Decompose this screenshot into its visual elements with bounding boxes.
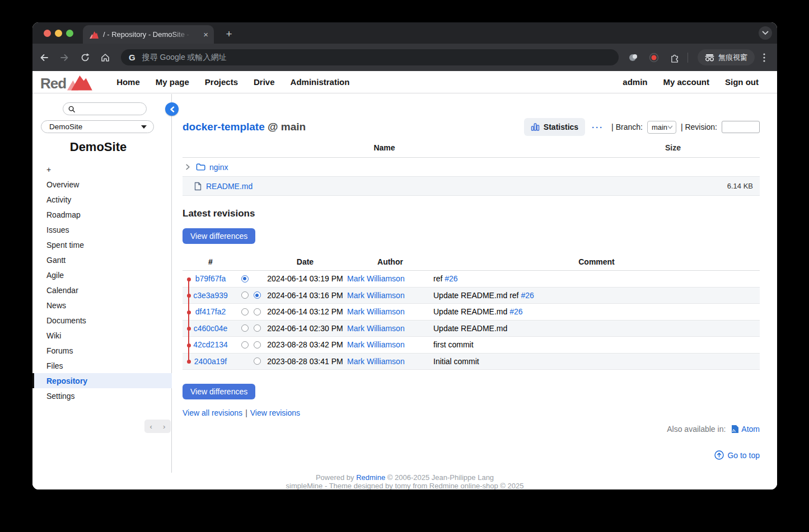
back-button[interactable]	[38, 51, 51, 64]
nav-item-my-page[interactable]: My page	[156, 77, 189, 87]
extensions-puzzle-icon[interactable]	[668, 51, 681, 64]
branch-label: | Branch:	[611, 123, 643, 131]
revision-radio-to[interactable]	[254, 357, 261, 365]
revision-radio-from[interactable]	[241, 308, 249, 316]
main-content: docker-template @ main Statistics	[172, 94, 777, 473]
revision-radio-from[interactable]	[241, 275, 249, 283]
nav-item-drive[interactable]: Drive	[254, 77, 275, 87]
revision-radio-to[interactable]	[254, 291, 261, 299]
home-button[interactable]	[99, 51, 112, 64]
repo-name-link[interactable]: docker-template	[183, 121, 265, 133]
revision-input[interactable]	[722, 121, 760, 133]
sidebar-item-agile[interactable]: Agile	[32, 267, 172, 283]
sidebar-item-repository[interactable]: Repository	[32, 373, 172, 388]
more-menu-button[interactable]: ···	[592, 123, 604, 132]
nav-item-my-account[interactable]: My account	[663, 77, 709, 87]
window-close-button[interactable]	[44, 30, 51, 37]
branch-select[interactable]: main	[647, 121, 676, 134]
statistics-button[interactable]: Statistics	[524, 118, 585, 136]
nav-item-admin[interactable]: admin	[623, 77, 647, 87]
sidebar-item-files[interactable]: Files	[32, 358, 172, 373]
record-icon[interactable]	[647, 51, 661, 64]
revision-radio-from[interactable]	[241, 291, 249, 299]
sidebar-item-overview[interactable]: Overview	[32, 177, 172, 192]
sidebar-item-news[interactable]: News	[32, 298, 172, 313]
view-differences-button-top[interactable]: View differences	[183, 228, 255, 244]
revision-link[interactable]: 2400a19f	[194, 357, 227, 366]
revision-radio-to[interactable]	[254, 308, 261, 316]
view-differences-button-bottom[interactable]: View differences	[183, 384, 255, 399]
revision-date: 2024-06-14 03:19 PM	[263, 274, 347, 283]
sidebar-item-forums[interactable]: Forums	[32, 343, 172, 358]
pager-next-icon[interactable]: ›	[158, 420, 171, 433]
issue-link[interactable]: #26	[509, 307, 522, 316]
address-bar[interactable]: G 搜尋 Google 或輸入網址	[121, 49, 619, 65]
revision-author-link[interactable]: Mark Williamson	[347, 324, 405, 333]
sidebar-item-issues[interactable]: Issues	[32, 222, 172, 237]
incognito-badge[interactable]: 無痕視窗	[698, 49, 755, 65]
nav-item-home[interactable]: Home	[116, 77, 140, 87]
revision-author-link[interactable]: Mark Williamson	[347, 291, 405, 300]
footer-theme-credit: simpleMine - Theme designed by tomy from…	[32, 482, 777, 489]
sidebar-item-settings[interactable]: Settings	[32, 388, 172, 403]
tab-search-button[interactable]	[759, 26, 772, 40]
revision-link[interactable]: b79f67fa	[195, 274, 226, 283]
revision-author-link[interactable]: Mark Williamson	[347, 340, 405, 349]
nav-item-projects[interactable]: Projects	[205, 77, 238, 87]
sidebar-search[interactable]	[63, 102, 147, 115]
pager-prev-icon[interactable]: ‹	[144, 420, 158, 433]
branch-suffix: @ main	[265, 121, 306, 133]
forward-button[interactable]	[58, 51, 71, 64]
sidebar-item-spent-time[interactable]: Spent time	[32, 237, 172, 252]
sidebar-item-roadmap[interactable]: Roadmap	[32, 207, 172, 222]
revision-link[interactable]: 42cd2134	[193, 340, 228, 349]
redmine-page: Red Home My page Projects Drive Administ…	[32, 71, 777, 489]
new-tab-button[interactable]: +	[222, 27, 236, 41]
browser-menu-button[interactable]	[757, 51, 771, 64]
project-selector[interactable]: DemoSite	[41, 120, 154, 133]
revision-row: df417fa2 2024-06-14 03:12 PM Mark Willia…	[183, 304, 760, 321]
sidebar-item-activity[interactable]: Activity	[32, 192, 172, 207]
revision-date: 2024-06-14 03:12 PM	[263, 307, 347, 316]
sidebar-item-documents[interactable]: Documents	[32, 313, 172, 328]
search-input[interactable]	[78, 105, 143, 113]
expander-chevron-icon[interactable]	[185, 164, 191, 170]
go-to-top-link[interactable]: Go to top	[727, 451, 760, 460]
sidebar-item-calendar[interactable]: Calendar	[32, 283, 172, 298]
extension-avatar-icon[interactable]	[626, 51, 640, 64]
footer-redmine-link[interactable]: Redmine	[356, 473, 385, 482]
browser-tab[interactable]: / - Repository - DemoSite - d ×	[83, 25, 214, 44]
redmine-logo[interactable]: Red	[40, 74, 94, 91]
view-all-revisions-link[interactable]: View all revisions	[183, 408, 242, 417]
tab-close-icon[interactable]: ×	[203, 30, 208, 39]
rev-header-comment: Comment	[433, 257, 760, 266]
nav-item-sign-out[interactable]: Sign out	[725, 77, 759, 87]
reload-button[interactable]	[78, 51, 92, 64]
window-minimize-button[interactable]	[55, 30, 62, 37]
revision-link[interactable]: c460c04e	[194, 324, 228, 333]
sidebar-collapse-button[interactable]	[165, 102, 179, 116]
atom-link[interactable]: Atom	[741, 425, 760, 434]
sidebar-item-gantt[interactable]: Gantt	[32, 252, 172, 267]
window-zoom-button[interactable]	[66, 30, 73, 37]
folder-link[interactable]: nginx	[209, 163, 228, 172]
sidebar-item-wiki[interactable]: Wiki	[32, 328, 172, 343]
sidebar-item-new[interactable]: +	[32, 162, 172, 177]
nav-item-administration[interactable]: Administration	[291, 77, 350, 87]
revision-link[interactable]: df417fa2	[195, 307, 226, 316]
comment-text: first commit	[433, 340, 474, 349]
main-menu: Home My page Projects Drive Administrati…	[116, 77, 349, 87]
view-revisions-link[interactable]: View revisions	[250, 408, 300, 417]
revision-radio-to[interactable]	[254, 341, 261, 349]
revision-radio-from[interactable]	[241, 324, 249, 332]
revision-link[interactable]: c3e3a939	[193, 291, 228, 300]
revision-radio-to[interactable]	[254, 324, 261, 332]
revision-author-link[interactable]: Mark Williamson	[347, 357, 405, 366]
file-link[interactable]: README.md	[206, 182, 252, 191]
revision-author-link[interactable]: Mark Williamson	[347, 274, 405, 283]
issue-link[interactable]: #26	[521, 291, 534, 300]
issue-link[interactable]: #26	[445, 274, 457, 283]
comment-text: Update README.md	[433, 324, 507, 333]
revision-author-link[interactable]: Mark Williamson	[347, 307, 405, 316]
revision-radio-from[interactable]	[241, 341, 249, 349]
